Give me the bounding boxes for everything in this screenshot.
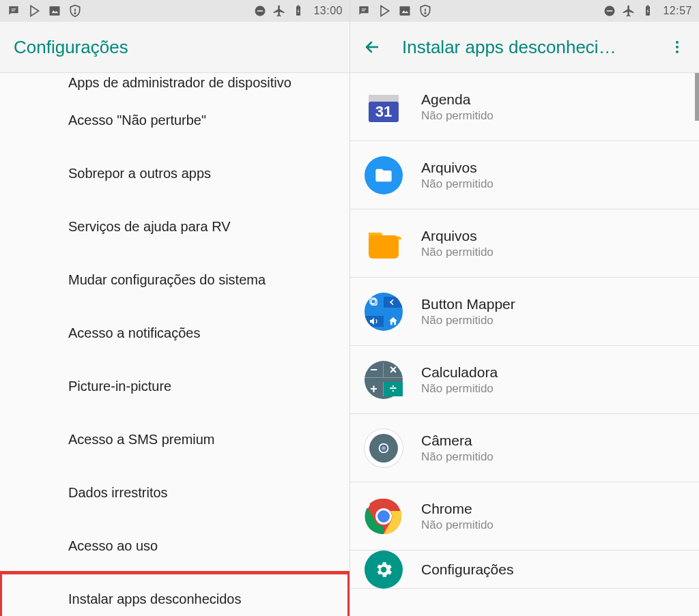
app-item[interactable]: CâmeraNão permitido — [350, 414, 699, 482]
svg-rect-22 — [369, 95, 399, 102]
status-time: 13:00 — [313, 5, 343, 17]
svg-text:31: 31 — [375, 103, 392, 120]
app-status-label: Não permitido — [421, 109, 494, 123]
app-item[interactable]: ArquivosNão permitido — [350, 141, 699, 209]
app-status-label: Não permitido — [421, 314, 515, 327]
settings-item-label: Acesso a notificações — [68, 325, 200, 341]
settings-item[interactable]: Picture-in-picture — [0, 360, 350, 413]
settings-item[interactable]: Sobrepor a outros apps — [0, 147, 350, 200]
app-item[interactable]: ChromeNão permitido — [350, 482, 699, 551]
svg-point-33 — [377, 510, 390, 523]
settings-item-label: Acesso "Não perturbe" — [68, 113, 206, 128]
calculadora-icon: −×+÷ — [364, 360, 403, 400]
button-mapper-icon — [364, 292, 403, 332]
svg-point-29 — [382, 446, 386, 450]
chrome-icon — [364, 497, 403, 536]
app-item[interactable]: 31AgendaNão permitido — [350, 73, 699, 141]
svg-rect-1 — [12, 10, 15, 11]
settings-item[interactable]: Mudar configurações do sistema — [0, 253, 350, 306]
app-name-label: Chrome — [421, 501, 494, 517]
settings-item[interactable]: Acesso "Não perturbe" — [0, 93, 350, 147]
arquivos-orange-icon — [364, 224, 403, 263]
app-name-label: Câmera — [421, 432, 494, 449]
settings-item-label: Apps de administrador de dispositivo — [68, 75, 291, 91]
app-status-label: Não permitido — [421, 177, 494, 191]
svg-rect-8 — [298, 5, 300, 7]
image-icon — [398, 4, 412, 18]
app-item[interactable]: Configurações — [350, 551, 699, 589]
airplane-icon — [272, 4, 286, 18]
svg-point-13 — [425, 13, 426, 14]
app-item[interactable]: −×+÷CalculadoraNão permitido — [350, 346, 699, 414]
settings-item-label: Acesso ao uso — [68, 538, 158, 554]
svg-rect-9 — [362, 9, 367, 10]
camera-icon — [364, 428, 403, 468]
more-options-icon[interactable] — [669, 39, 685, 55]
settings-item-label: Mudar configurações do sistema — [68, 272, 266, 288]
svg-rect-2 — [50, 6, 60, 15]
app-item[interactable]: Button MapperNão permitido — [350, 278, 699, 346]
svg-rect-27 — [370, 298, 375, 304]
agenda-icon: 31 — [364, 87, 403, 127]
battery-icon — [291, 4, 305, 18]
back-arrow-icon[interactable] — [364, 39, 380, 55]
settings-item-label: Acesso a SMS premium — [68, 432, 215, 448]
page-title: Instalar apps desconheci… — [402, 37, 616, 58]
app-name-label: Button Mapper — [421, 296, 515, 312]
settings-item[interactable]: Acesso a notificações — [0, 306, 350, 360]
app-status-label: Não permitido — [421, 246, 494, 259]
chat-icon — [357, 4, 371, 18]
page-title: Configurações — [14, 37, 128, 58]
airplane-icon — [622, 4, 636, 18]
settings-item-label: Serviços de ajuda para RV — [68, 219, 231, 235]
svg-rect-0 — [12, 9, 16, 10]
svg-point-19 — [676, 41, 679, 44]
app-name-label: Calculadora — [421, 364, 498, 381]
status-bar: 12:57 — [350, 0, 699, 22]
dnd-icon — [603, 4, 616, 18]
settings-item[interactable]: Dados irrestritos — [0, 466, 350, 519]
scrollbar-track — [694, 73, 699, 616]
app-status-label: Não permitido — [421, 382, 498, 396]
status-time: 12:57 — [663, 5, 692, 17]
app-name-label: Agenda — [421, 91, 494, 108]
settings-item[interactable]: Serviços de ajuda para RV — [0, 200, 350, 253]
configuracoes-icon — [364, 550, 403, 589]
app-status-label: Não permitido — [421, 518, 494, 532]
arquivos-blue-icon — [364, 156, 403, 195]
settings-item[interactable]: Apps de administrador de dispositivo — [0, 73, 350, 93]
play-store-icon — [27, 4, 41, 18]
svg-rect-10 — [362, 10, 365, 11]
svg-rect-25 — [369, 235, 399, 259]
svg-rect-26 — [371, 299, 377, 305]
svg-point-20 — [676, 46, 679, 48]
scrollbar-thumb[interactable] — [695, 73, 699, 121]
app-name-label: Configurações — [421, 561, 513, 578]
settings-item-label: Dados irrestritos — [68, 485, 168, 501]
app-item[interactable]: ArquivosNão permitido — [350, 209, 699, 278]
settings-item-label: Picture-in-picture — [68, 379, 171, 394]
settings-item-label: Sobrepor a outros apps — [68, 166, 211, 181]
settings-item-label: Instalar apps desconhecidos — [68, 591, 242, 607]
app-name-label: Arquivos — [421, 160, 494, 176]
battery-icon — [641, 4, 655, 18]
settings-item[interactable]: Acesso a SMS premium — [0, 413, 350, 466]
settings-item[interactable]: Instalar apps desconhecidos — [0, 572, 350, 616]
svg-rect-6 — [257, 10, 263, 12]
shield-icon — [68, 4, 82, 18]
phone-right: 12:57 Instalar apps desconheci… 31Agenda… — [350, 0, 699, 616]
app-status-label: Não permitido — [421, 450, 494, 464]
app-list-content: 31AgendaNão permitidoArquivosNão permiti… — [350, 73, 699, 616]
svg-rect-15 — [607, 10, 612, 12]
svg-point-4 — [74, 13, 76, 14]
chat-icon — [7, 4, 20, 18]
header: Configurações — [0, 22, 350, 73]
status-bar: 13:00 — [0, 0, 350, 22]
header: Instalar apps desconheci… — [350, 22, 699, 73]
settings-item[interactable]: Acesso ao uso — [0, 519, 350, 572]
phone-left: 13:00 Configurações Apps de administrado… — [0, 0, 350, 616]
app-name-label: Arquivos — [421, 228, 494, 244]
play-store-icon — [377, 4, 391, 18]
shield-icon — [418, 4, 432, 18]
settings-content: Apps de administrador de dispositivoAces… — [0, 73, 350, 616]
